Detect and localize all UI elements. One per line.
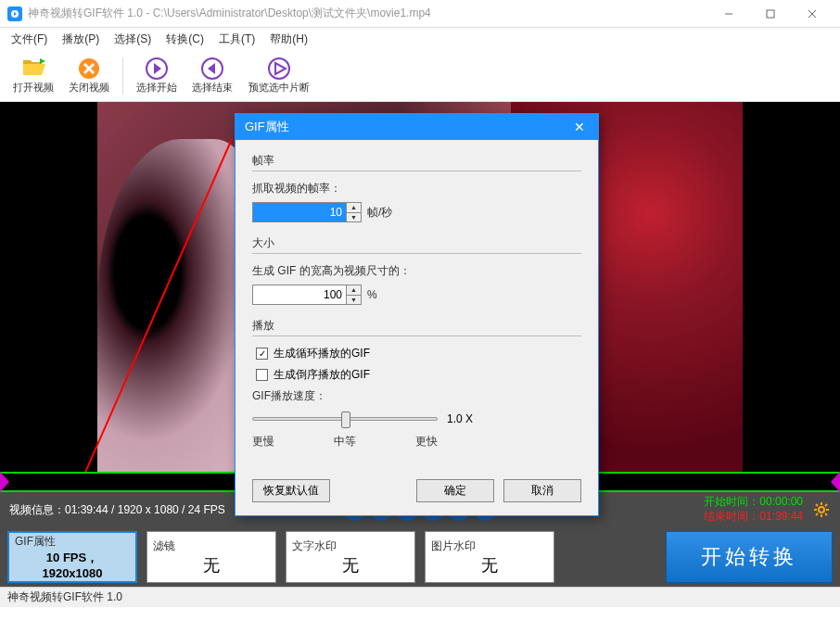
- start-convert-button[interactable]: 开始转换: [666, 531, 833, 583]
- svg-marker-13: [208, 63, 215, 74]
- menu-help[interactable]: 帮助(H): [262, 30, 315, 49]
- timeline-start-marker[interactable]: [0, 472, 9, 492]
- slider-label-fast: 更快: [415, 434, 438, 449]
- dialog-title: GIF属性: [245, 119, 289, 135]
- minimize-button[interactable]: [707, 0, 749, 28]
- panel-value: 10 FPS，1920x1080: [42, 550, 102, 580]
- open-video-button[interactable]: 打开视频: [7, 53, 59, 99]
- svg-line-35: [825, 504, 827, 506]
- preview-icon: [267, 57, 291, 81]
- panel-header: GIF属性: [9, 534, 61, 550]
- speed-value: 1.0 X: [447, 412, 473, 425]
- maximize-button[interactable]: [749, 0, 791, 28]
- status-bar: 神奇视频转GIF软件 1.0: [0, 587, 840, 607]
- close-video-button[interactable]: 关闭视频: [63, 53, 115, 99]
- dialog-close-icon[interactable]: ✕: [570, 120, 589, 134]
- panel-value: 无: [342, 554, 359, 576]
- fieldset-legend: 帧率: [252, 153, 581, 171]
- panel-value: 无: [203, 554, 220, 576]
- image-watermark-panel[interactable]: 图片水印 无: [425, 531, 554, 583]
- svg-rect-3: [767, 10, 774, 18]
- checkbox-checked-icon: ✓: [256, 348, 268, 360]
- loop-checkbox[interactable]: ✓ 生成循环播放的GIF: [256, 346, 581, 361]
- fps-fieldset: 帧率 抓取视频的帧率： ▲▼ 帧/秒: [252, 153, 581, 222]
- panel-header: 图片水印: [426, 538, 481, 554]
- checkbox-label: 生成倒序播放的GIF: [274, 367, 370, 383]
- dialog-titlebar[interactable]: GIF属性 ✕: [235, 114, 598, 140]
- fps-input[interactable]: ▲▼: [252, 202, 362, 222]
- size-label: 生成 GIF 的宽高为视频尺寸的：: [252, 263, 581, 279]
- menu-convert[interactable]: 转换(C): [159, 30, 211, 49]
- restore-defaults-button[interactable]: 恢复默认值: [252, 479, 330, 502]
- spin-up-icon[interactable]: ▲: [347, 285, 361, 296]
- spin-up-icon[interactable]: ▲: [347, 203, 361, 213]
- menu-play[interactable]: 播放(P): [55, 30, 107, 49]
- svg-marker-15: [275, 63, 286, 74]
- time-range-info: 开始时间：00:00:00 结束时间：01:39:44: [704, 495, 803, 524]
- play-fieldset: 播放 ✓ 生成循环播放的GIF 生成倒序播放的GIF GIF播放速度： 1.0 …: [252, 318, 581, 449]
- reverse-checkbox[interactable]: 生成倒序播放的GIF: [256, 367, 581, 383]
- toolbar-label: 关闭视频: [69, 81, 109, 95]
- status-text: 神奇视频转GIF软件 1.0: [7, 589, 122, 605]
- fps-input-field[interactable]: [253, 203, 346, 222]
- checkbox-label: 生成循环播放的GIF: [274, 346, 370, 361]
- marker-end-icon: [200, 57, 224, 81]
- spin-down-icon[interactable]: ▼: [347, 296, 361, 305]
- menu-bar: 文件(F) 播放(P) 选择(S) 转换(C) 工具(T) 帮助(H): [0, 28, 840, 50]
- select-start-button[interactable]: 选择开始: [131, 53, 183, 99]
- size-unit: %: [367, 288, 377, 301]
- window-titlebar: 神奇视频转GIF软件 1.0 - C:\Users\Administrator\…: [0, 0, 840, 28]
- timeline-end-marker[interactable]: [831, 472, 840, 492]
- size-input[interactable]: ▲▼: [252, 285, 362, 305]
- speed-label: GIF播放速度：: [252, 388, 581, 404]
- settings-panels: GIF属性 10 FPS，1920x1080 滤镜 无 文字水印 无 图片水印 …: [0, 527, 840, 587]
- fps-label: 抓取视频的帧率：: [252, 181, 581, 196]
- checkbox-unchecked-icon: [256, 369, 268, 381]
- panel-header: 文字水印: [286, 538, 342, 554]
- menu-select[interactable]: 选择(S): [107, 30, 159, 49]
- slider-thumb[interactable]: [341, 411, 350, 428]
- svg-marker-11: [154, 63, 161, 74]
- app-icon: [7, 6, 22, 21]
- slider-label-med: 中等: [334, 434, 356, 449]
- svg-point-28: [819, 507, 824, 513]
- menu-file[interactable]: 文件(F): [4, 30, 55, 49]
- toolbar-label: 预览选中片断: [248, 81, 310, 95]
- svg-line-36: [816, 513, 818, 515]
- svg-marker-6: [40, 58, 45, 64]
- slider-label-slow: 更慢: [252, 434, 274, 449]
- speed-slider[interactable]: [252, 410, 438, 428]
- toolbar-label: 选择开始: [136, 81, 177, 95]
- close-circle-icon: [77, 57, 101, 81]
- size-input-field[interactable]: [253, 285, 346, 304]
- toolbar: 打开视频 关闭视频 选择开始 选择结束 预览选中片断: [0, 50, 840, 102]
- toolbar-separator: [122, 57, 123, 95]
- fieldset-legend: 大小: [252, 235, 581, 254]
- fieldset-legend: 播放: [252, 318, 581, 336]
- text-watermark-panel[interactable]: 文字水印 无: [286, 531, 415, 583]
- window-title: 神奇视频转GIF软件 1.0 - C:\Users\Administrator\…: [28, 6, 707, 21]
- panel-header: 滤镜: [147, 538, 181, 554]
- cancel-button[interactable]: 取消: [503, 479, 581, 502]
- marker-start-icon: [145, 57, 169, 81]
- toolbar-label: 打开视频: [13, 81, 54, 95]
- start-time-value: 00:00:00: [759, 495, 803, 508]
- spin-down-icon[interactable]: ▼: [347, 213, 361, 222]
- ok-button[interactable]: 确定: [416, 479, 494, 502]
- size-fieldset: 大小 生成 GIF 的宽高为视频尺寸的： ▲▼ %: [252, 235, 581, 305]
- toolbar-label: 选择结束: [192, 81, 233, 95]
- filter-panel[interactable]: 滤镜 无: [146, 531, 276, 583]
- preview-selection-button[interactable]: 预览选中片断: [242, 53, 316, 99]
- menu-tools[interactable]: 工具(T): [211, 30, 262, 49]
- svg-line-34: [825, 513, 827, 515]
- fps-unit: 帧/秒: [367, 205, 392, 221]
- gif-properties-panel[interactable]: GIF属性 10 FPS，1920x1080: [7, 531, 137, 583]
- svg-line-33: [816, 504, 818, 506]
- folder-open-icon: [21, 57, 45, 81]
- select-end-button[interactable]: 选择结束: [186, 53, 238, 99]
- gif-properties-dialog: GIF属性 ✕ 帧率 抓取视频的帧率： ▲▼ 帧/秒 大小 生成 GIF 的宽高…: [235, 113, 599, 516]
- panel-value: 无: [481, 554, 498, 576]
- close-button[interactable]: [791, 0, 833, 28]
- end-time-value: 01:39:44: [759, 510, 803, 523]
- settings-gear-icon[interactable]: [812, 500, 831, 519]
